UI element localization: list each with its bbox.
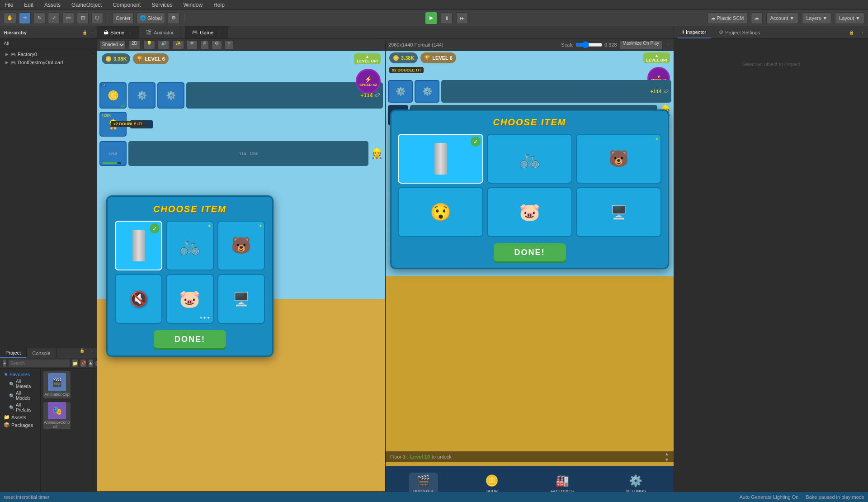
tree-favorites[interactable]: ★ Favorites: [2, 370, 38, 378]
fx-btn[interactable]: ✨: [172, 40, 184, 49]
worker-emoji-2: 👷: [371, 148, 383, 160]
tree-all-models[interactable]: 🔍 All Models: [2, 390, 38, 402]
item-cell-1[interactable]: ✓: [115, 221, 162, 270]
conveyor-1: +114 x2: [186, 82, 383, 109]
item-cell-r1[interactable]: ✓: [398, 134, 483, 184]
scale-slider[interactable]: [576, 42, 603, 47]
project-star-btn[interactable]: ★: [88, 359, 93, 367]
item-grid-left: ✓ 🚲 ✦ 🐻 ✦: [115, 221, 265, 324]
item-cell-6[interactable]: 🖥️: [217, 274, 265, 324]
item-cell-4[interactable]: 🔇: [115, 274, 162, 324]
2d-btn[interactable]: 2D: [128, 40, 141, 49]
tree-item-factory0[interactable]: ▶ 🎮 Factory0 ⋮: [2, 50, 95, 58]
star-icon: ★: [4, 371, 8, 377]
move-tool-btn[interactable]: ✛: [19, 12, 31, 24]
item-cell-3[interactable]: 🐻 ✦: [217, 221, 265, 270]
inspector-lock-icon[interactable]: 🔒: [849, 30, 854, 35]
speed-label: SPEED X2: [359, 83, 377, 87]
item-cell-r3[interactable]: 🐻 ✦: [576, 134, 661, 184]
pivot-btn[interactable]: Center: [113, 12, 134, 24]
hierarchy-menu-icon[interactable]: ⋮: [89, 30, 93, 35]
project-folder-btn[interactable]: 📁: [72, 359, 78, 367]
space-btn[interactable]: 🌐 Global: [137, 12, 165, 24]
cloud-icon-btn[interactable]: ☁: [751, 12, 763, 24]
scene-level-display: 🏆 LEVEL 6: [133, 53, 168, 64]
plastic-scm-btn[interactable]: ☁ Plastic SCM: [708, 12, 747, 24]
tab-game[interactable]: 🎮 Game ⋮: [185, 26, 228, 38]
shading-select[interactable]: Shaded: [100, 40, 126, 49]
menu-assets[interactable]: Assets: [42, 1, 62, 9]
item-cell-2[interactable]: 🚲 ✦: [166, 221, 213, 270]
project-search-input[interactable]: [8, 359, 70, 367]
project-lock-icon[interactable]: 🔒: [77, 348, 87, 358]
menu-component[interactable]: Component: [111, 1, 142, 9]
account-btn[interactable]: Account ▼: [766, 12, 799, 24]
menu-edit[interactable]: Edit: [22, 1, 35, 9]
tree-all-materia[interactable]: 🔍 All Materia: [2, 378, 38, 390]
menu-services[interactable]: Services: [150, 1, 174, 9]
done-btn-left[interactable]: DONE!: [154, 330, 226, 348]
item-cell-r4[interactable]: 😯: [398, 187, 483, 237]
menu-help[interactable]: Help: [212, 1, 226, 9]
maximize-btn[interactable]: Maximize On Play: [619, 40, 662, 49]
layers-dropdown-icon: ▼: [822, 15, 827, 21]
scene-tab-options[interactable]: ⋮: [128, 30, 132, 35]
gizmo-btn[interactable]: ⚙: [212, 40, 222, 49]
machine-slot-3: ⚙️: [157, 82, 184, 109]
tab-console[interactable]: Console: [27, 348, 56, 358]
item-cell-5[interactable]: 🐷 ✦✦✦: [166, 274, 213, 324]
tree-menu-factory0[interactable]: ⋮: [91, 52, 95, 57]
extra-tool-btn[interactable]: ⚙: [168, 12, 179, 24]
hierarchy-lock-icon[interactable]: 🔒: [82, 30, 87, 35]
project-settings-tab[interactable]: ⚙ Project Settings: [714, 26, 764, 38]
tree-packages[interactable]: 📦 Packages: [2, 421, 38, 429]
item-cell-r5[interactable]: 🐷: [487, 187, 572, 237]
lightning-icon: ⚡: [364, 76, 372, 83]
gear-emoji-2: ⚙️: [166, 90, 176, 100]
inspector-menu-icon[interactable]: ⋮: [860, 30, 864, 35]
pause-btn[interactable]: ⏸: [441, 12, 453, 24]
item-cell-r6[interactable]: 🖥️: [576, 187, 661, 237]
extras-btn[interactable]: ≡: [225, 40, 234, 49]
done-btn-right[interactable]: DONE!: [494, 243, 566, 261]
project-add-btn[interactable]: +: [3, 359, 6, 367]
menu-window[interactable]: Window: [181, 1, 204, 9]
rect-tool-btn[interactable]: ▭: [62, 12, 74, 24]
asset-animatorcontroller[interactable]: 🎭 AnimatorControll...: [43, 402, 71, 429]
hidden-btn[interactable]: 👁: [187, 40, 198, 49]
tree-all-prefabs[interactable]: 🔍 All Prefabs: [2, 402, 38, 413]
play-btn[interactable]: ▶: [425, 12, 437, 24]
scene-toolbar: Shaded 2D 💡 🔊 ✨ 👁 # ⚙ ≡: [97, 39, 385, 51]
asset-animationclip[interactable]: 🎬 AnimationClip: [43, 371, 71, 398]
game-toolbar-menu[interactable]: ⋮: [667, 43, 671, 47]
scene-levelup-btn[interactable]: ▲ LEVEL UP!: [354, 53, 381, 64]
layout-btn[interactable]: Layout ▼: [835, 12, 864, 24]
scene-view-content[interactable]: 🪙 3.38K 🏆 LEVEL 6 ▲ LEVEL UP!: [97, 51, 385, 502]
tab-animator[interactable]: 🎬 Animator: [139, 26, 180, 38]
game-view-content[interactable]: 🪙 3.38K 🏆 LEVEL 6 ▲ LEVEL UP!: [386, 51, 674, 502]
game-tab-options[interactable]: ⋮: [217, 30, 222, 35]
rotate-tool-btn[interactable]: ↻: [33, 12, 45, 24]
project-filter-btn[interactable]: 📌: [80, 359, 86, 367]
layers-btn[interactable]: Layers ▼: [802, 12, 831, 24]
step-btn[interactable]: ⏭: [456, 12, 468, 24]
item-cell-r2[interactable]: 🚲: [487, 134, 572, 184]
custom-tool-btn[interactable]: ⬡: [91, 12, 103, 24]
scale-tool-btn[interactable]: ⤢: [48, 12, 60, 24]
inspector-tab[interactable]: ℹ Inspector: [678, 26, 711, 38]
game-levelup-btn[interactable]: ▲ LEVEL UP!: [643, 52, 670, 63]
tree-assets[interactable]: 📁 Assets: [2, 413, 38, 421]
tree-item-dontdestroy[interactable]: ▶ 🎮 DontDestroyOnLoad: [2, 58, 95, 66]
audio-btn[interactable]: 🔊: [158, 40, 170, 49]
tab-scene[interactable]: 🏔 Scene ⋮: [97, 26, 139, 38]
grid-btn[interactable]: #: [200, 40, 209, 49]
lights-btn[interactable]: 💡: [143, 40, 155, 49]
menu-gameobject[interactable]: GameObject: [70, 1, 104, 9]
menu-file[interactable]: File: [3, 1, 15, 9]
project-menu-icon[interactable]: ⋮: [87, 348, 97, 358]
hand-tool-btn[interactable]: ✋: [4, 12, 16, 24]
tab-project[interactable]: Project: [0, 348, 27, 358]
multi-tool-btn[interactable]: ⊞: [77, 12, 89, 24]
scroll-arrows-game[interactable]: ▲ ▼: [665, 451, 669, 462]
settings-icon: ⚙️: [629, 474, 642, 487]
